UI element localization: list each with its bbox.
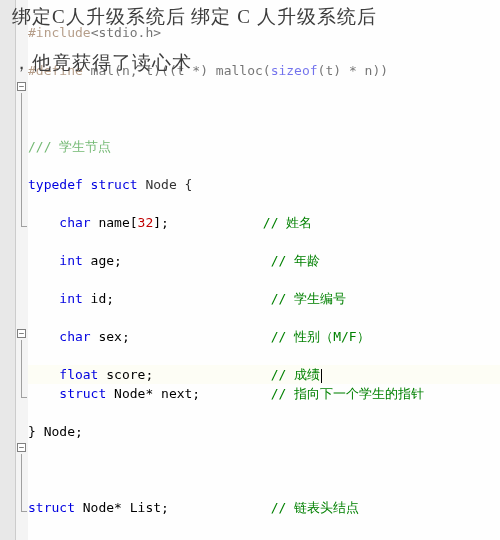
fold-line-struct — [21, 93, 22, 226]
code-line[interactable]: int age; // 年龄 — [28, 251, 500, 270]
code-line[interactable] — [28, 99, 500, 118]
code-line[interactable] — [28, 536, 500, 540]
code-line[interactable]: int id; // 学生编号 — [28, 289, 500, 308]
code-line[interactable]: char sex; // 性别（M/F） — [28, 327, 500, 346]
fold-toggle-struct[interactable]: − — [17, 82, 26, 91]
fold-end-struct — [21, 226, 27, 227]
fold-toggle-insert[interactable]: − — [17, 443, 26, 452]
fold-end-init — [21, 397, 27, 398]
fold-line-insert — [21, 454, 22, 511]
code-editor[interactable]: − − − #include<stdio.h> #define mal(n, t… — [0, 0, 500, 540]
code-line[interactable]: typedef struct Node { — [28, 175, 500, 194]
code-line[interactable]: /// 学生节点 — [28, 137, 500, 156]
code-area[interactable]: #include<stdio.h> #define mal(n, t)((t *… — [28, 2, 500, 540]
code-line[interactable]: #include<stdio.h> — [28, 23, 500, 42]
code-line[interactable] — [28, 460, 500, 479]
fold-toggle-init[interactable]: − — [17, 329, 26, 338]
code-line[interactable]: char name[32]; // 姓名 — [28, 213, 500, 232]
fold-end-insert — [21, 511, 27, 512]
code-line[interactable]: struct Node* List; // 链表头结点 — [28, 498, 500, 517]
editor-gutter — [0, 0, 16, 540]
text-cursor — [321, 369, 322, 383]
code-line[interactable]: struct Node* next; // 指向下一个学生的指针 — [28, 384, 500, 403]
code-line[interactable]: #define mal(n, t)((t *) malloc(sizeof(t)… — [28, 61, 500, 80]
code-line[interactable]: } Node; — [28, 422, 500, 441]
code-line-active[interactable]: float score; // 成绩 — [28, 365, 500, 384]
fold-line-init — [21, 340, 22, 397]
